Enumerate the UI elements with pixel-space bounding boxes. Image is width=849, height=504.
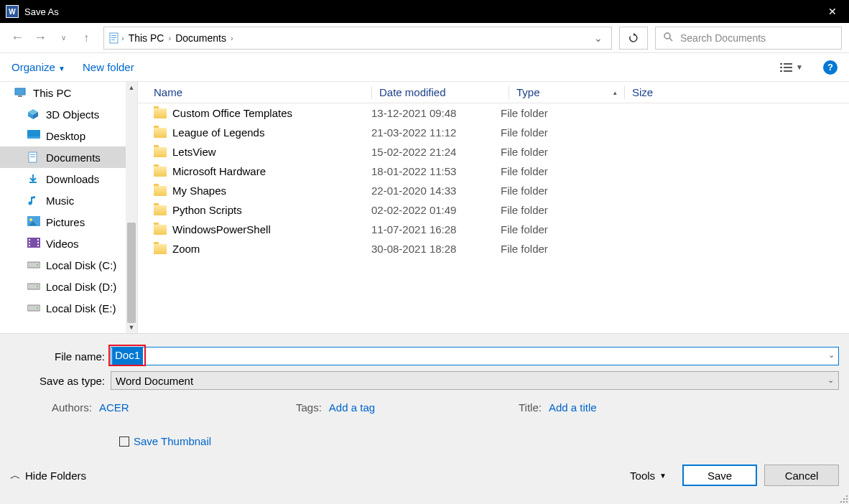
- breadcrumb[interactable]: › This PC › Documents › ⌄: [103, 27, 612, 50]
- svg-rect-33: [37, 245, 39, 246]
- tree-item-videos[interactable]: Videos: [0, 233, 126, 254]
- file-row[interactable]: Python Scripts02-02-2022 01:49File folde…: [138, 200, 849, 220]
- svg-rect-34: [27, 262, 40, 268]
- file-date: 18-01-2022 11:53: [371, 165, 501, 177]
- file-row[interactable]: Custom Office Templates13-12-2021 09:48F…: [138, 103, 849, 123]
- save-button[interactable]: Save: [682, 465, 757, 486]
- file-name: Zoom: [172, 243, 200, 255]
- scroll-thumb[interactable]: [127, 223, 136, 323]
- svg-rect-7: [784, 63, 792, 65]
- crumb-this-pc[interactable]: This PC: [124, 32, 169, 44]
- folder-icon: [154, 225, 167, 235]
- tree-item-music[interactable]: Music: [0, 190, 126, 211]
- file-name: League of Legends: [172, 126, 264, 139]
- tags-add[interactable]: Add a tag: [329, 401, 375, 414]
- cancel-button[interactable]: Cancel: [764, 465, 839, 486]
- file-date: 02-02-2022 01:49: [371, 204, 501, 216]
- file-type: File folder: [501, 185, 608, 197]
- drive-icon: [27, 259, 40, 271]
- col-name-header[interactable]: Name: [138, 86, 371, 98]
- tree-item-local-disk-e[interactable]: Local Disk (E:): [0, 297, 126, 319]
- up-button[interactable]: ↑: [76, 28, 96, 48]
- window-title: Save As: [24, 6, 59, 17]
- documents-icon: [27, 151, 40, 163]
- view-options-button[interactable]: ▼: [777, 60, 806, 75]
- authors-value[interactable]: ACER: [99, 401, 129, 414]
- save-thumbnail-checkbox[interactable]: [119, 437, 129, 447]
- tree-item-local-disk-c[interactable]: Local Disk (C:): [0, 254, 126, 276]
- tree-item-documents[interactable]: Documents: [0, 146, 126, 168]
- col-size-header[interactable]: Size: [632, 86, 849, 98]
- tree-item-pictures[interactable]: Pictures: [0, 211, 126, 233]
- recent-locations-button[interactable]: ∨: [53, 28, 73, 48]
- filename-label: File name:: [10, 350, 111, 363]
- file-row[interactable]: My Shapes22-01-2020 14:33File folder: [138, 181, 849, 200]
- crumb-documents[interactable]: Documents: [171, 32, 231, 44]
- file-date: 15-02-2022 21:24: [371, 146, 501, 158]
- tree-item-downloads[interactable]: Downloads: [0, 168, 126, 190]
- toolbar: Organize ▼ New folder ▼ ?: [0, 53, 849, 82]
- file-row[interactable]: League of Legends21-03-2022 11:12File fo…: [138, 123, 849, 142]
- cube-icon: [27, 108, 40, 120]
- file-name: WindowsPowerShell: [172, 223, 271, 235]
- main-area: This PC 3D Objects Desktop Documents Dow…: [0, 82, 849, 333]
- tree-item-this-pc[interactable]: This PC: [0, 82, 126, 103]
- tools-button[interactable]: Tools▼: [621, 470, 675, 482]
- breadcrumb-history-button[interactable]: ⌄: [590, 32, 607, 44]
- back-button[interactable]: ←: [7, 28, 27, 48]
- file-type: File folder: [501, 243, 608, 255]
- svg-rect-12: [15, 88, 25, 95]
- column-headers: Name Date modified Type▴ Size: [138, 82, 849, 103]
- svg-rect-28: [29, 239, 30, 241]
- file-date: 11-07-2021 16:28: [371, 223, 501, 235]
- folder-icon: [154, 244, 167, 254]
- new-folder-button[interactable]: New folder: [83, 61, 134, 73]
- desktop-icon: [27, 130, 40, 141]
- resize-grip[interactable]: [838, 493, 848, 503]
- tree-view[interactable]: This PC 3D Objects Desktop Documents Dow…: [0, 82, 126, 333]
- col-type-header[interactable]: Type▴: [516, 86, 624, 98]
- svg-rect-13: [18, 95, 22, 97]
- file-row[interactable]: Zoom30-08-2021 18:28File folder: [138, 239, 849, 258]
- svg-rect-38: [27, 305, 40, 311]
- file-row[interactable]: Microsoft Hardware18-01-2022 11:53File f…: [138, 162, 849, 181]
- tree-item-3d-objects[interactable]: 3D Objects: [0, 103, 126, 125]
- close-button[interactable]: ✕: [816, 0, 849, 23]
- file-name: Custom Office Templates: [172, 107, 292, 119]
- save-as-type-select[interactable]: Word Document ⌄: [111, 371, 839, 390]
- authors-label: Authors:: [52, 401, 92, 414]
- file-type: File folder: [501, 165, 608, 177]
- hide-folders-button[interactable]: ︿ Hide Folders: [10, 469, 86, 482]
- folder-icon: [154, 128, 167, 138]
- search-input[interactable]: Search Documents: [655, 27, 842, 50]
- title-add[interactable]: Add a title: [549, 401, 597, 414]
- svg-rect-8: [780, 67, 782, 68]
- file-date: 22-01-2020 14:33: [371, 185, 501, 197]
- svg-point-23: [29, 202, 32, 205]
- svg-point-25: [29, 218, 32, 221]
- svg-rect-22: [29, 182, 37, 183]
- file-type: File folder: [501, 126, 608, 139]
- scroll-up-button[interactable]: ▲: [126, 82, 137, 93]
- scroll-down-button[interactable]: ▼: [126, 322, 137, 333]
- filename-input[interactable]: [111, 347, 839, 365]
- computer-icon: [14, 87, 27, 98]
- tree-item-desktop[interactable]: Desktop: [0, 125, 126, 146]
- tree-item-local-disk-d[interactable]: Local Disk (D:): [0, 276, 126, 297]
- forward-button[interactable]: →: [30, 28, 50, 48]
- organize-button[interactable]: Organize ▼: [11, 61, 65, 73]
- svg-rect-21: [30, 157, 35, 157]
- folder-icon: [154, 167, 167, 177]
- svg-rect-3: [111, 39, 115, 40]
- help-button[interactable]: ?: [823, 60, 838, 75]
- folder-icon: [154, 108, 167, 118]
- file-row[interactable]: WindowsPowerShell11-07-2021 16:28File fo…: [138, 220, 849, 239]
- svg-rect-31: [37, 239, 39, 241]
- save-as-type-label: Save as type:: [10, 375, 111, 387]
- tree-scrollbar[interactable]: ▲ ▼: [126, 82, 137, 333]
- file-row[interactable]: LetsView15-02-2022 21:24File folder: [138, 142, 849, 162]
- bottom-panel: File name: Doc1 ⌄ Save as type: Word Doc…: [0, 333, 849, 504]
- svg-line-5: [669, 38, 672, 41]
- refresh-button[interactable]: [619, 27, 648, 50]
- col-date-header[interactable]: Date modified: [379, 86, 509, 98]
